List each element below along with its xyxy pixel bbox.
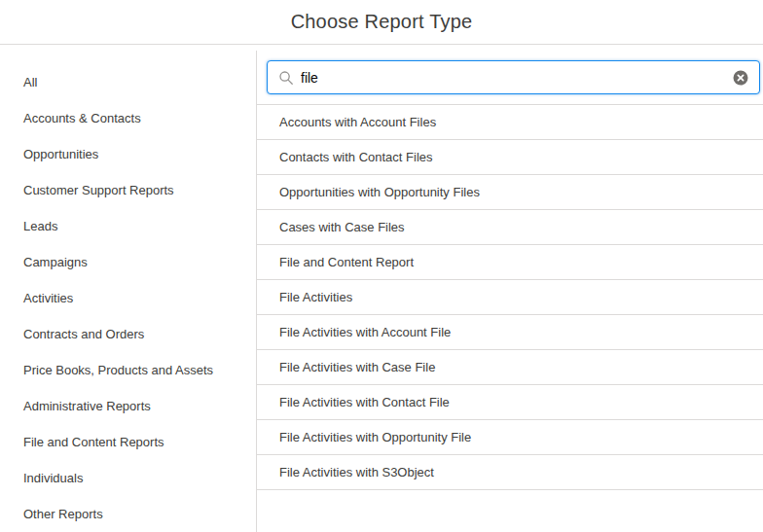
report-type-panel: Accounts with Account Files Contacts wit… [257,51,763,532]
sidebar-item-all[interactable]: All [0,64,256,100]
report-type-row[interactable]: File Activities with Account File [257,315,763,350]
sidebar-item-contracts-orders[interactable]: Contracts and Orders [0,316,256,352]
report-type-row[interactable]: Accounts with Account Files [257,105,763,140]
sidebar-item-individuals[interactable]: Individuals [0,460,256,496]
sidebar-item-leads[interactable]: Leads [0,208,256,244]
report-type-label: Accounts with Account Files [279,115,436,129]
report-type-row[interactable]: Contacts with Contact Files [257,140,763,175]
report-type-label: Contacts with Contact Files [279,150,433,164]
report-type-label: File Activities with Contact File [279,395,450,409]
report-type-label: File Activities with Opportunity File [279,430,471,444]
sidebar-item-accounts-contacts[interactable]: Accounts & Contacts [0,100,256,136]
sidebar-item-activities[interactable]: Activities [0,280,256,316]
sidebar-item-customer-support-reports[interactable]: Customer Support Reports [0,172,256,208]
sidebar-item-other-reports[interactable]: Other Reports [0,496,256,532]
report-type-label: File Activities [279,290,352,304]
category-sidebar: All Accounts & Contacts Opportunities Cu… [0,51,257,532]
report-type-list: Accounts with Account Files Contacts wit… [257,104,763,490]
sidebar-item-price-books-products-assets[interactable]: Price Books, Products and Assets [0,352,256,388]
report-type-row[interactable]: File Activities [257,280,763,315]
report-type-row[interactable]: File and Content Report [257,245,763,280]
modal-header: Choose Report Type [0,0,763,45]
report-type-label: File and Content Report [279,255,414,269]
report-type-label: File Activities with Case File [279,360,435,374]
report-type-row[interactable]: File Activities with S3Object [257,455,763,490]
clear-icon [733,70,748,86]
report-type-row[interactable]: File Activities with Case File [257,350,763,385]
report-type-row[interactable]: File Activities with Opportunity File [257,420,763,455]
report-type-label: Opportunities with Opportunity Files [279,185,480,199]
search-area [257,51,763,104]
sidebar-item-administrative-reports[interactable]: Administrative Reports [0,388,256,424]
report-type-label: Cases with Case Files [279,220,405,234]
search-input[interactable] [301,61,733,93]
search-icon [279,71,293,85]
report-type-row[interactable]: File Activities with Contact File [257,385,763,420]
report-type-row[interactable]: Opportunities with Opportunity Files [257,175,763,210]
report-type-label: File Activities with S3Object [279,465,434,479]
sidebar-item-file-content-reports[interactable]: File and Content Reports [0,424,256,460]
sidebar-item-campaigns[interactable]: Campaigns [0,244,256,280]
clear-search-button[interactable] [733,70,748,86]
search-box [267,60,760,94]
page-title: Choose Report Type [291,11,473,33]
sidebar-item-opportunities[interactable]: Opportunities [0,136,256,172]
report-type-row[interactable]: Cases with Case Files [257,210,763,245]
report-type-label: File Activities with Account File [279,325,451,339]
modal-body: All Accounts & Contacts Opportunities Cu… [0,51,763,532]
